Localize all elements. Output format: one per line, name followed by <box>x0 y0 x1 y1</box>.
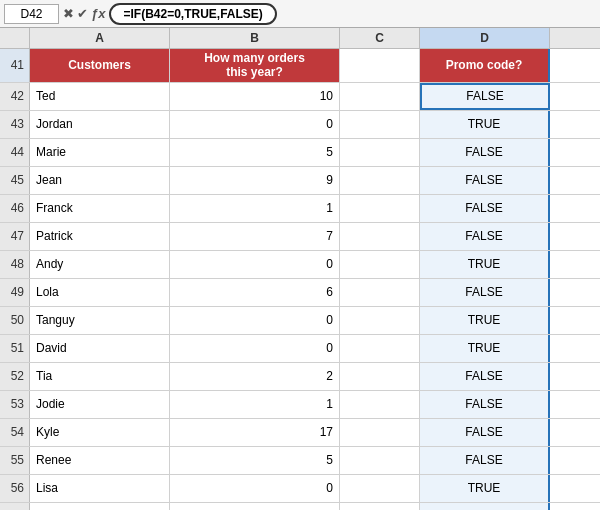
table-row: 42Ted10FALSE <box>0 83 600 111</box>
cell-c-empty <box>340 419 420 446</box>
formula-icons: ✖ ✔ ƒx <box>63 6 105 21</box>
cell-c-empty <box>340 475 420 502</box>
col-header-b[interactable]: B <box>170 28 340 48</box>
spreadsheet: A B C D 41 Customers How many orders thi… <box>0 28 600 510</box>
table-row: 52Tia2FALSE <box>0 363 600 391</box>
cell-customer-name[interactable]: Lola <box>30 279 170 306</box>
table-row: 54Kyle17FALSE <box>0 419 600 447</box>
col-header-c[interactable]: C <box>340 28 420 48</box>
cell-promo-code[interactable]: TRUE <box>420 335 550 362</box>
table-row: 48Andy0TRUE <box>0 251 600 279</box>
cell-promo-code[interactable]: FALSE <box>420 391 550 418</box>
cell-promo-code[interactable]: FALSE <box>420 223 550 250</box>
cell-promo-code[interactable]: TRUE <box>420 111 550 138</box>
row-number: 53 <box>0 391 30 418</box>
col-header-a[interactable]: A <box>30 28 170 48</box>
cell-order-count[interactable]: 9 <box>170 167 340 194</box>
header-cell-customers[interactable]: Customers <box>30 49 170 82</box>
col-header-d[interactable]: D <box>420 28 550 48</box>
confirm-icon[interactable]: ✔ <box>77 6 88 21</box>
row-num-header-blank <box>0 28 30 48</box>
cell-promo-code[interactable]: TRUE <box>420 251 550 278</box>
cell-c-empty <box>340 335 420 362</box>
cell-promo-code[interactable]: FALSE <box>420 167 550 194</box>
cell-order-count[interactable]: 1 <box>170 195 340 222</box>
row-number: 44 <box>0 139 30 166</box>
cell-promo-code[interactable]: FALSE <box>420 279 550 306</box>
row-number: 45 <box>0 167 30 194</box>
row-number: 50 <box>0 307 30 334</box>
cell-promo-code[interactable]: FALSE <box>420 503 550 510</box>
cell-order-count[interactable]: 0 <box>170 111 340 138</box>
row-number: 57 <box>0 503 30 510</box>
cell-reference-box[interactable]: D42 <box>4 4 59 24</box>
cancel-icon[interactable]: ✖ <box>63 6 74 21</box>
cell-order-count[interactable]: 0 <box>170 475 340 502</box>
cell-c-empty <box>340 167 420 194</box>
cell-order-count[interactable]: 5 <box>170 503 340 510</box>
cell-promo-code[interactable]: FALSE <box>420 83 550 110</box>
cell-order-count[interactable]: 5 <box>170 139 340 166</box>
header-cell-promo[interactable]: Promo code? <box>420 49 550 82</box>
cell-customer-name[interactable]: Tanguy <box>30 307 170 334</box>
row-number: 49 <box>0 279 30 306</box>
cell-promo-code[interactable]: FALSE <box>420 195 550 222</box>
cell-customer-name[interactable]: Ted <box>30 83 170 110</box>
cell-promo-code[interactable]: TRUE <box>420 475 550 502</box>
table-row: 50Tanguy0TRUE <box>0 307 600 335</box>
cell-customer-name[interactable]: David <box>30 335 170 362</box>
cell-customer-name[interactable]: Jodie <box>30 391 170 418</box>
cell-customer-name[interactable]: Tia <box>30 363 170 390</box>
cell-customer-name[interactable]: Jean <box>30 167 170 194</box>
cell-order-count[interactable]: 0 <box>170 251 340 278</box>
table-row: 45Jean9FALSE <box>0 167 600 195</box>
row-number: 42 <box>0 83 30 110</box>
table-row: 56Lisa0TRUE <box>0 475 600 503</box>
cell-customer-name[interactable]: Franck <box>30 195 170 222</box>
table-row: 47Patrick7FALSE <box>0 223 600 251</box>
cell-c-empty <box>340 391 420 418</box>
cell-c-empty <box>340 139 420 166</box>
cell-customer-name[interactable]: Andy <box>30 251 170 278</box>
insert-function-icon[interactable]: ƒx <box>91 6 105 21</box>
cell-customer-name[interactable]: Lisa <box>30 475 170 502</box>
cell-order-count[interactable]: 7 <box>170 223 340 250</box>
cell-promo-code[interactable]: FALSE <box>420 363 550 390</box>
cell-promo-code[interactable]: FALSE <box>420 139 550 166</box>
header-row-41: 41 Customers How many orders this year? … <box>0 49 600 83</box>
cell-order-count[interactable]: 6 <box>170 279 340 306</box>
cell-order-count[interactable]: 1 <box>170 391 340 418</box>
table-row: 51David0TRUE <box>0 335 600 363</box>
cell-c-empty <box>340 83 420 110</box>
cell-c-empty <box>340 447 420 474</box>
cell-customer-name[interactable]: Marie <box>30 139 170 166</box>
cell-order-count[interactable]: 0 <box>170 335 340 362</box>
cell-promo-code[interactable]: TRUE <box>420 307 550 334</box>
cell-order-count[interactable]: 10 <box>170 83 340 110</box>
table-row: 43Jordan0TRUE <box>0 111 600 139</box>
header-cell-c <box>340 49 420 82</box>
row-num-41: 41 <box>0 49 30 82</box>
cell-promo-code[interactable]: FALSE <box>420 419 550 446</box>
cell-order-count[interactable]: 0 <box>170 307 340 334</box>
cell-c-empty <box>340 307 420 334</box>
column-headers: A B C D <box>0 28 600 49</box>
row-number: 48 <box>0 251 30 278</box>
cell-c-empty <box>340 111 420 138</box>
cell-order-count[interactable]: 2 <box>170 363 340 390</box>
cell-order-count[interactable]: 5 <box>170 447 340 474</box>
cell-customer-name[interactable]: Patrick <box>30 223 170 250</box>
cell-customer-name[interactable]: Kyle <box>30 419 170 446</box>
formula-input-area[interactable]: =IF(B42=0,TRUE,FALSE) <box>109 3 596 25</box>
cell-c-empty <box>340 503 420 510</box>
cell-order-count[interactable]: 17 <box>170 419 340 446</box>
cell-c-empty <box>340 251 420 278</box>
cell-customer-name[interactable]: Renee <box>30 447 170 474</box>
cell-promo-code[interactable]: FALSE <box>420 447 550 474</box>
cell-customer-name[interactable]: Jordan <box>30 111 170 138</box>
row-number: 54 <box>0 419 30 446</box>
table-row: 44Marie5FALSE <box>0 139 600 167</box>
row-number: 46 <box>0 195 30 222</box>
row-number: 47 <box>0 223 30 250</box>
cell-customer-name[interactable]: Ian <box>30 503 170 510</box>
